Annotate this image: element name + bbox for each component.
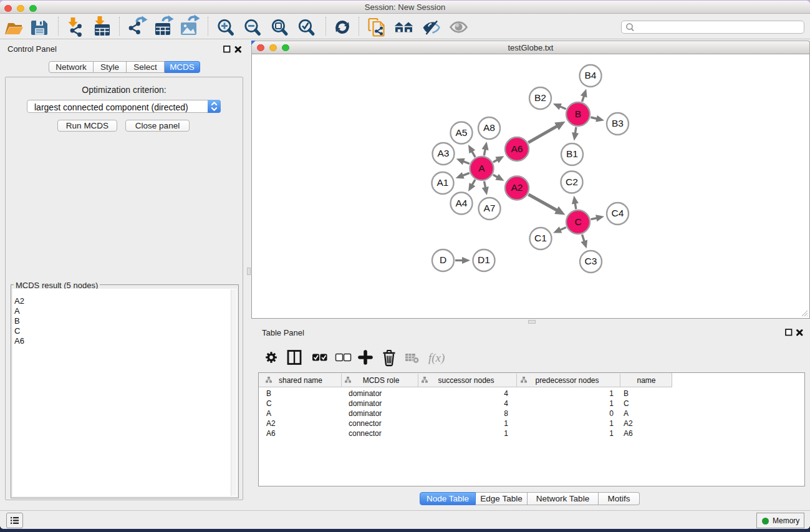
svg-text:B3: B3: [612, 118, 624, 128]
svg-text:A2: A2: [511, 182, 523, 193]
svg-text:f(x): f(x): [428, 351, 445, 365]
svg-text:D1: D1: [478, 254, 490, 265]
svg-text:A6: A6: [511, 143, 523, 154]
svg-text:B2: B2: [534, 92, 546, 103]
svg-text:A: A: [478, 163, 485, 173]
svg-text:A7: A7: [484, 203, 496, 213]
svg-text:C: C: [574, 216, 581, 227]
svg-text:A1: A1: [437, 177, 449, 188]
svg-text:C2: C2: [566, 177, 578, 187]
svg-text:B1: B1: [566, 148, 578, 159]
svg-text:C1: C1: [534, 233, 547, 243]
svg-text:B: B: [575, 109, 581, 119]
svg-text:A5: A5: [456, 127, 468, 138]
svg-text:D: D: [440, 254, 446, 265]
svg-text:C4: C4: [612, 208, 624, 218]
svg-text:A3: A3: [438, 148, 450, 158]
svg-text:A4: A4: [456, 198, 468, 208]
svg-text:C3: C3: [585, 256, 597, 266]
svg-text:B4: B4: [585, 70, 597, 80]
svg-text:A8: A8: [483, 122, 495, 133]
